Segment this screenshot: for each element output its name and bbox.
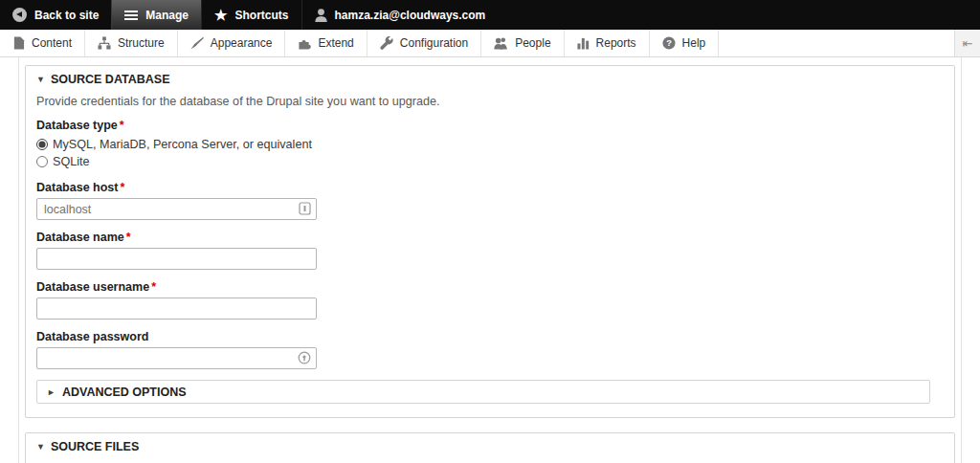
advanced-options-title: ADVANCED OPTIONS	[62, 386, 187, 399]
source-database-title: SOURCE DATABASE	[51, 73, 170, 86]
menu-tab-label: Structure	[118, 36, 165, 50]
document-icon	[12, 36, 25, 50]
chevron-down-icon: ▼	[36, 442, 45, 452]
page-content: ▼ SOURCE DATABASE Provide credentials fo…	[0, 57, 980, 463]
admin-toolbar: Back to site Manage ★ Shortcuts hamza.zi…	[0, 0, 980, 30]
database-name-label: Database name*	[36, 231, 944, 244]
menu-tab-extend[interactable]: Extend	[285, 30, 367, 56]
back-to-site-label: Back to site	[34, 9, 99, 22]
menu-tab-label: Appearance	[211, 36, 273, 50]
chevron-down-icon: ▼	[36, 75, 45, 84]
menu-tab-help[interactable]: ? Help	[650, 30, 720, 56]
radio-option-mysql[interactable]: MySQL, MariaDB, Percona Server, or equiv…	[36, 136, 944, 153]
menu-tab-structure[interactable]: Structure	[85, 30, 178, 56]
sitemap-icon	[98, 36, 111, 50]
required-asterisk: *	[151, 280, 156, 294]
menu-tab-label: Extend	[318, 36, 353, 50]
hamburger-icon	[124, 11, 138, 20]
admin-menu-bar: Content Structure Appearance Extend	[0, 30, 980, 57]
menu-tab-reports[interactable]: Reports	[565, 30, 650, 56]
advanced-options-toggle[interactable]: ► ADVANCED OPTIONS	[36, 380, 930, 404]
star-icon: ★	[214, 8, 227, 22]
shortcuts-tab[interactable]: ★ Shortcuts	[201, 0, 301, 30]
source-files-fieldset: ▼ SOURCE FILES Files directory To import…	[25, 432, 955, 463]
menu-tab-label: Content	[32, 36, 72, 50]
database-password-label: Database password	[36, 330, 944, 343]
sqlite-radio-label: SQLite	[53, 155, 90, 168]
puzzle-icon	[298, 36, 311, 50]
chevron-right-icon: ►	[47, 387, 56, 397]
source-database-legend[interactable]: ▼ SOURCE DATABASE	[36, 73, 944, 86]
people-icon	[494, 36, 508, 50]
mysql-radio-label: MySQL, MariaDB, Percona Server, or equiv…	[53, 138, 312, 151]
user-account-tab[interactable]: hamza.zia@cloudways.com	[301, 0, 499, 30]
mysql-radio[interactable]	[36, 139, 48, 150]
sqlite-radio[interactable]	[36, 156, 48, 167]
menu-tab-content[interactable]: Content	[0, 30, 85, 56]
database-host-label: Database host*	[36, 181, 944, 194]
help-icon: ?	[662, 36, 676, 50]
autofill-extension-icon[interactable]	[299, 202, 311, 215]
menu-tab-label: People	[515, 36, 550, 50]
menu-tab-label: Help	[682, 36, 706, 50]
required-asterisk: *	[120, 181, 124, 194]
source-files-title: SOURCE FILES	[51, 440, 139, 453]
database-name-input[interactable]	[36, 248, 317, 270]
bar-chart-icon	[577, 36, 590, 50]
database-username-input[interactable]	[36, 298, 317, 320]
menu-tab-people[interactable]: People	[481, 30, 564, 56]
toolbar-orientation-toggle[interactable]: ⇤	[954, 30, 980, 56]
database-password-input[interactable]	[36, 347, 317, 369]
required-asterisk: *	[126, 231, 131, 244]
database-username-label: Database username*	[36, 280, 944, 294]
menu-tab-appearance[interactable]: Appearance	[178, 30, 286, 56]
source-database-description: Provide credentials for the database of …	[36, 95, 944, 108]
database-host-input[interactable]	[36, 198, 317, 220]
source-database-fieldset: ▼ SOURCE DATABASE Provide credentials fo…	[25, 65, 955, 418]
drupal-admin-screen: Back to site Manage ★ Shortcuts hamza.zi…	[0, 0, 980, 463]
database-type-label: Database type*	[36, 119, 944, 132]
wrench-icon	[380, 36, 393, 50]
shortcuts-label: Shortcuts	[235, 9, 289, 22]
user-email-label: hamza.zia@cloudways.com	[335, 9, 486, 22]
svg-text:?: ?	[666, 38, 672, 48]
menu-tab-label: Configuration	[400, 36, 468, 50]
password-manager-icon[interactable]	[298, 351, 311, 364]
back-arrow-icon	[12, 8, 27, 22]
manage-tab[interactable]: Manage	[111, 0, 201, 30]
menu-bar-spacer	[719, 30, 954, 56]
menu-tab-configuration[interactable]: Configuration	[368, 30, 481, 56]
user-icon	[315, 9, 327, 22]
manage-label: Manage	[145, 9, 189, 22]
required-asterisk: *	[120, 119, 124, 132]
paintbrush-icon	[190, 36, 204, 50]
menu-tab-label: Reports	[596, 36, 636, 50]
collapse-left-icon: ⇤	[963, 36, 973, 51]
radio-option-sqlite[interactable]: SQLite	[36, 153, 944, 170]
form-container: ▼ SOURCE DATABASE Provide credentials fo…	[18, 57, 962, 463]
back-to-site-button[interactable]: Back to site	[0, 0, 111, 30]
source-files-legend[interactable]: ▼ SOURCE FILES	[36, 440, 944, 453]
